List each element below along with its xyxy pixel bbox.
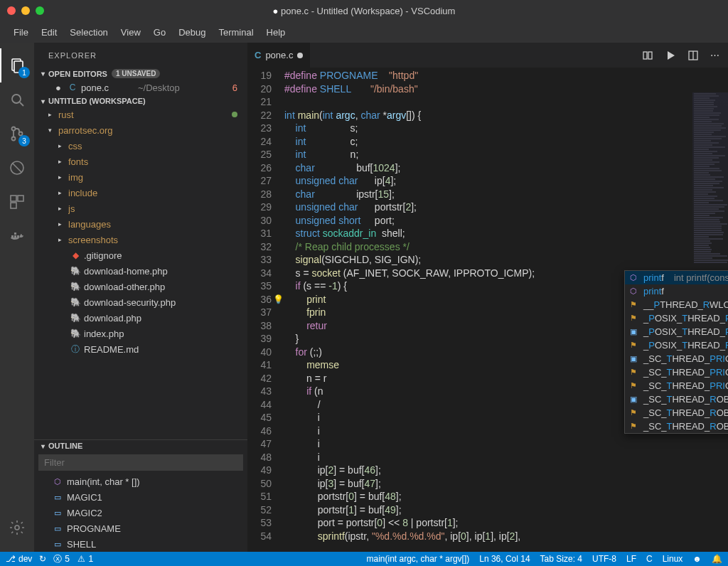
outline-filter-input[interactable] xyxy=(38,454,243,471)
menu-edit[interactable]: Edit xyxy=(35,27,63,38)
status-feedback-icon[interactable]: ☻ xyxy=(692,554,702,564)
tree-item[interactable]: 🐘index.php xyxy=(34,326,247,341)
suggest-kind-icon: ⚑ xyxy=(628,408,639,417)
symbol-icon: ▭ xyxy=(54,493,67,502)
menu-help[interactable]: Help xyxy=(260,27,292,38)
git-file-icon: ◆ xyxy=(68,250,82,260)
workspace-header[interactable]: ▾UNTITLED (WORKSPACE) xyxy=(34,95,247,107)
tree-item[interactable]: ▸js xyxy=(34,201,247,216)
tree-item[interactable]: 🐘download-home.php xyxy=(34,263,247,279)
activity-settings[interactable] xyxy=(0,511,34,545)
tree-item[interactable]: ▸include xyxy=(34,185,247,201)
outline-item[interactable]: ⬡main(int, char * []) xyxy=(34,474,247,489)
status-encoding[interactable]: UTF-8 xyxy=(592,554,616,564)
tree-item[interactable]: ▸css xyxy=(34,138,247,154)
window-title: ● pone.c - Untitled (Workspace) - VSCodi… xyxy=(273,6,456,16)
suggest-item[interactable]: ⚑_SC_THREAD_PRIO_INHERIT xyxy=(625,365,728,379)
minimap[interactable] xyxy=(692,92,728,277)
status-context[interactable]: main(int argc, char * argv[]) xyxy=(367,554,470,564)
c-file-icon: C xyxy=(65,82,80,92)
svg-rect-10 xyxy=(18,196,23,201)
open-editors-header[interactable]: ▾OPEN EDITORS1 UNSAVED xyxy=(34,68,247,80)
outline-item[interactable]: ▭PROGNAME xyxy=(34,520,247,536)
symbol-icon: ▭ xyxy=(54,508,67,518)
status-eol[interactable]: LF xyxy=(626,554,636,564)
suggest-item[interactable]: ▣_SC_THREAD_ROBUST_PRIO_INHERIT xyxy=(625,393,728,406)
status-position[interactable]: Ln 36, Col 14 xyxy=(479,554,530,564)
tree-item[interactable]: ⓘREADME.md xyxy=(34,341,247,357)
tab-bar: C pone.c ⋯ xyxy=(247,43,728,68)
error-icon: ⓧ xyxy=(53,553,62,565)
close-window-icon[interactable] xyxy=(7,6,16,15)
tab-pone-c[interactable]: C pone.c xyxy=(247,43,311,68)
suggest-item[interactable]: ▣_POSIX_THREAD_PRIO_INHERIT xyxy=(625,325,728,338)
suggest-item[interactable]: ▣_SC_THREAD_PRIO_INHERIT xyxy=(625,352,728,365)
outline-item[interactable]: ▭MAGIC2 xyxy=(34,505,247,520)
tree-item[interactable]: ▸rust xyxy=(34,107,247,122)
tree-item[interactable]: 🐘download-security.php xyxy=(34,294,247,310)
lightbulb-icon[interactable]: 💡 xyxy=(273,293,284,306)
tree-item[interactable]: ◆.gitignore xyxy=(34,247,247,263)
suggest-item[interactable]: ⚑_SC_THREAD_PRIO_INHERIT xyxy=(625,379,728,393)
suggest-item[interactable]: ⚑_SC_THREAD_ROBUST_PRIO_INHERIT xyxy=(625,420,728,433)
suggest-kind-icon: ▣ xyxy=(628,395,639,404)
open-editor-item[interactable]: ● C pone.c ~/Desktop 6 xyxy=(34,80,247,95)
activity-search[interactable] xyxy=(0,82,34,117)
menu-go[interactable]: Go xyxy=(147,27,172,38)
maximize-window-icon[interactable] xyxy=(36,6,44,15)
titlebar: ● pone.c - Untitled (Workspace) - VSCodi… xyxy=(0,0,728,21)
svg-point-2 xyxy=(12,95,21,103)
status-language[interactable]: C xyxy=(646,554,653,564)
symbol-icon: ▭ xyxy=(54,540,67,549)
menu-terminal[interactable]: Terminal xyxy=(212,27,259,38)
svg-point-16 xyxy=(15,525,19,530)
status-tabsize[interactable]: Tab Size: 4 xyxy=(540,554,582,564)
minimize-window-icon[interactable] xyxy=(21,6,30,15)
suggest-item[interactable]: ⬡printf xyxy=(625,284,728,298)
compare-changes-icon[interactable] xyxy=(642,50,653,61)
activity-scm[interactable]: 3 xyxy=(0,117,34,151)
dirty-indicator-icon xyxy=(297,53,303,58)
status-problems[interactable]: ⓧ5 ⚠1 xyxy=(53,553,93,565)
tree-item[interactable]: ▸fonts xyxy=(34,154,247,169)
suggest-item[interactable]: ⬡printfint printf(const char *__restrict… xyxy=(625,271,728,284)
scm-badge: 3 xyxy=(18,135,30,146)
outline-header[interactable]: ▾OUTLINE xyxy=(34,440,247,452)
menu-selection[interactable]: Selection xyxy=(63,27,114,38)
outline-item[interactable]: ▭SHELL xyxy=(34,536,247,552)
run-icon[interactable] xyxy=(665,50,676,61)
suggest-widget[interactable]: ⬡printfint printf(const char *__restrict… xyxy=(624,270,728,434)
activity-debug[interactable] xyxy=(0,151,34,185)
menu-debug[interactable]: Debug xyxy=(172,27,212,38)
suggest-kind-icon: ⚑ xyxy=(628,422,639,431)
sidebar: EXPLORER ▾OPEN EDITORS1 UNSAVED ● C pone… xyxy=(34,43,247,552)
split-editor-icon[interactable] xyxy=(687,50,699,61)
editor-group: C pone.c ⋯ 19202122232425262728293031323… xyxy=(247,43,728,552)
suggest-kind-icon: ⚑ xyxy=(628,300,639,309)
status-sync[interactable]: ↻ xyxy=(39,554,46,564)
suggest-item[interactable]: ⚑_SC_THREAD_ROBUST_PRIO_INHERIT xyxy=(625,406,728,420)
suggest-item[interactable]: ⚑_POSIX_THREAD_PRIO_INHERIT xyxy=(625,311,728,325)
tree-item[interactable]: 🐘download-other.php xyxy=(34,279,247,294)
window-controls xyxy=(7,6,44,15)
menu-file[interactable]: File xyxy=(7,27,35,38)
activity-extensions[interactable] xyxy=(0,185,34,219)
activity-explorer[interactable]: 1 xyxy=(0,48,34,82)
suggest-kind-icon: ⚑ xyxy=(628,368,639,377)
activity-docker[interactable] xyxy=(0,219,34,253)
tree-item[interactable]: 🐘download.php xyxy=(34,310,247,326)
status-branch[interactable]: ⎇dev xyxy=(6,554,32,564)
explorer-badge: 1 xyxy=(18,67,30,78)
suggest-item[interactable]: ⚑__PTHREAD_RWLOCK_INT_FLAGS_SHARED xyxy=(625,298,728,311)
status-os[interactable]: Linux xyxy=(663,554,683,564)
status-bell-icon[interactable]: 🔔 xyxy=(712,554,722,564)
tree-item[interactable]: ▸screenshots xyxy=(34,232,247,247)
menu-view[interactable]: View xyxy=(114,27,147,38)
tree-item[interactable]: ▾parrotsec.org xyxy=(34,122,247,138)
suggest-item[interactable]: ⚑_POSIX_THREAD_ROBUST_PRIO_INHERIT xyxy=(625,338,728,352)
tree-item[interactable]: ▸languages xyxy=(34,216,247,232)
tree-item[interactable]: ▸img xyxy=(34,169,247,185)
more-actions-icon[interactable]: ⋯ xyxy=(710,50,719,60)
svg-point-5 xyxy=(12,137,16,141)
outline-item[interactable]: ▭MAGIC1 xyxy=(34,489,247,505)
